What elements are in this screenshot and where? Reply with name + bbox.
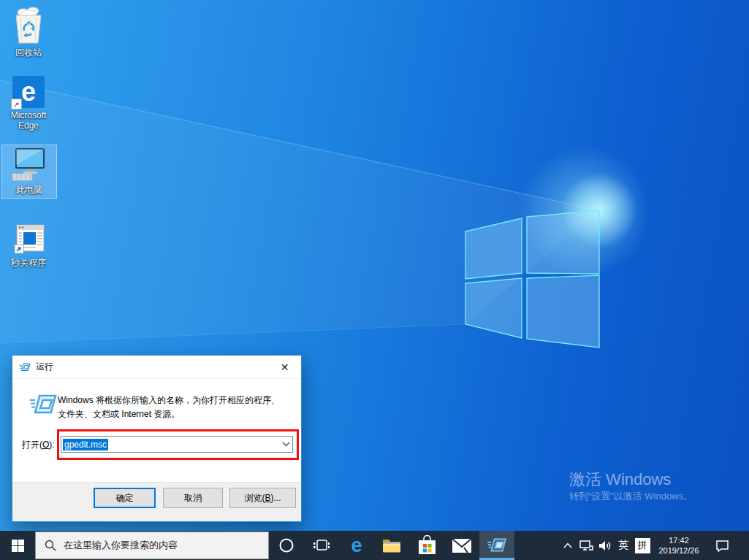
task-view-button[interactable] — [304, 531, 339, 560]
chevron-down-icon[interactable] — [279, 442, 292, 447]
task-view-icon — [313, 537, 330, 554]
run-icon — [28, 392, 58, 417]
run-dialog-icon — [19, 362, 31, 372]
system-tray: 英 拼 17:42 2019/12/26 — [559, 531, 749, 560]
desktop-icon-program[interactable]: 秒关程序 — [1, 219, 56, 268]
run-dialog-footer: 确定 取消 浏览(B)... — [12, 482, 301, 521]
close-glyph: ✕ — [281, 361, 289, 373]
start-button[interactable] — [0, 531, 35, 560]
microsoft-store-icon — [418, 535, 436, 556]
cancel-button[interactable]: 取消 — [163, 488, 223, 508]
taskbar: 在这里输入你要搜索的内容 e — [0, 531, 749, 560]
taskbar-mail-button[interactable] — [444, 531, 479, 560]
run-command-combobox[interactable]: gpedit.msc — [61, 436, 293, 453]
desktop-icon-label: 回收站 — [15, 47, 42, 58]
cortana-button[interactable] — [269, 531, 304, 560]
recycle-bin-icon — [10, 6, 47, 45]
open-label: 打开(O): — [22, 439, 55, 451]
desktop-icon-label: 此电脑 — [16, 185, 42, 195]
watermark-line2: 转到“设置”以激活 Windows。 — [569, 489, 693, 504]
ok-button-label: 确定 — [116, 492, 134, 505]
desktop-icon-label: Microsoft Edge — [1, 110, 56, 131]
shortcut-arrow-icon: ↗ — [11, 99, 22, 110]
file-explorer-icon — [382, 537, 401, 553]
ime-mode-label: 拼 — [635, 538, 650, 553]
mail-icon — [452, 539, 471, 553]
cortana-icon — [278, 537, 294, 553]
activate-windows-watermark: 激活 Windows 转到“设置”以激活 Windows。 — [569, 470, 693, 504]
taskbar-store-button[interactable] — [409, 531, 444, 560]
tray-show-hidden-icons[interactable] — [559, 531, 577, 560]
network-icon — [579, 540, 593, 552]
taskbar-search-input[interactable]: 在这里输入你要搜索的内容 — [35, 532, 269, 559]
open-label-post: ): — [49, 440, 54, 450]
run-dialog-title: 运行 — [36, 361, 268, 373]
tray-time: 17:42 — [669, 535, 689, 545]
run-command-input-value[interactable]: gpedit.msc — [63, 439, 108, 450]
edge-icon: e — [351, 536, 362, 556]
ime-language-label: 英 — [618, 539, 628, 552]
open-label-pre: 打开( — [22, 440, 42, 450]
ok-button[interactable]: 确定 — [94, 488, 156, 508]
run-dialog-titlebar[interactable]: 运行 ✕ — [12, 356, 301, 379]
browse-button[interactable]: 浏览(B)... — [229, 488, 296, 508]
watermark-line1: 激活 Windows — [569, 470, 693, 489]
tray-network[interactable] — [577, 531, 596, 560]
tray-date: 2019/12/26 — [658, 545, 699, 556]
close-icon[interactable]: ✕ — [268, 356, 301, 378]
run-dialog: 运行 ✕ Windows 将根据你所输入的名称，为你打开相应的程序、文件夹、文档… — [12, 355, 302, 522]
chevron-up-icon — [563, 542, 572, 548]
program-window-icon — [11, 222, 46, 256]
tray-volume[interactable] — [596, 531, 615, 560]
edge-icon: e ↗ — [12, 76, 45, 108]
tray-ime-language[interactable]: 英 — [615, 531, 632, 560]
action-center-button[interactable] — [705, 531, 739, 560]
notification-icon — [715, 540, 729, 552]
volume-icon — [598, 540, 612, 552]
desktop-icon-this-pc[interactable]: 此电脑 — [1, 145, 57, 199]
taskbar-file-explorer-button[interactable] — [374, 531, 409, 560]
search-placeholder: 在这里输入你要搜索的内容 — [64, 539, 178, 552]
run-icon — [487, 537, 507, 554]
open-label-accesskey: O — [42, 440, 49, 450]
browse-label-pre: 浏览( — [244, 492, 265, 505]
taskbar-run-button-active[interactable] — [479, 531, 514, 560]
desktop-icon-recycle-bin[interactable]: 回收站 — [1, 3, 56, 58]
tray-ime-mode[interactable]: 拼 — [632, 531, 653, 560]
edge-letter: e — [21, 77, 36, 107]
search-icon — [45, 540, 56, 551]
desktop-icon-microsoft-edge[interactable]: e ↗ Microsoft Edge — [1, 73, 56, 131]
browse-label-post: )... — [271, 493, 281, 503]
desktop-icon-label: 秒关程序 — [11, 258, 46, 268]
taskbar-edge-button[interactable]: e — [339, 531, 374, 560]
browse-accesskey: B — [265, 493, 270, 503]
this-pc-icon — [10, 147, 48, 183]
windows-start-icon — [12, 540, 24, 552]
cancel-button-label: 取消 — [184, 492, 202, 505]
show-desktop-edge[interactable] — [739, 531, 749, 560]
tray-clock[interactable]: 17:42 2019/12/26 — [653, 531, 705, 560]
run-dialog-message: Windows 将根据你所输入的名称，为你打开相应的程序、文件夹、文档或 Int… — [58, 394, 287, 421]
